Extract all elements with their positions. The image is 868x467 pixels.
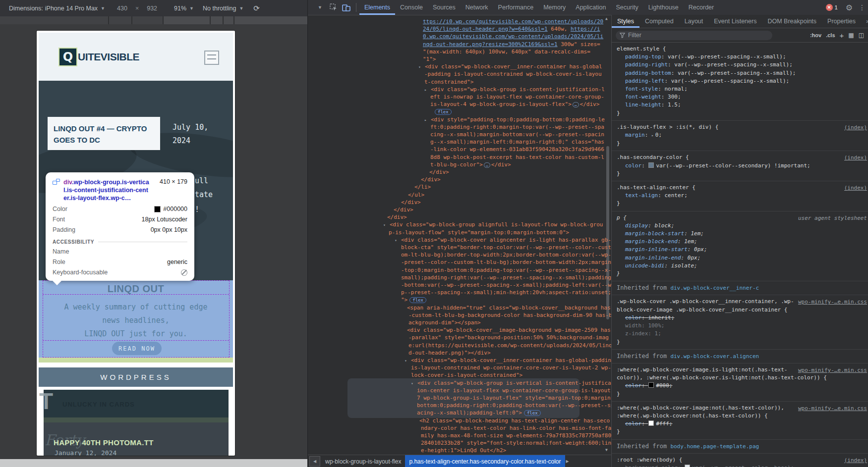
dom-tree-line[interactable]: om-lt-blu-bg);border-top-width:2px;borde… — [401, 251, 611, 259]
stylesheet-source-link[interactable]: (index) — [844, 154, 867, 162]
expand-inline-icon[interactable]: … — [573, 102, 579, 107]
inherited-node-link[interactable]: div.wp-block-cover.aligncen — [670, 353, 759, 360]
css-selector[interactable]: .has-secondary-color { — [617, 154, 864, 161]
new-style-rule-icon[interactable]: + — [840, 31, 844, 40]
inherited-node-link[interactable]: div.wp-block-cover__inner-c — [670, 285, 759, 291]
dom-tree-line[interactable]: <span aria-hidden="true" class="wp-block… — [407, 304, 611, 311]
flex-badge[interactable]: flex — [435, 109, 452, 115]
dom-tree-line[interactable]: -parallax" style="background-position:50… — [408, 334, 609, 341]
sidebar-tab-styles[interactable]: Styles — [612, 15, 639, 28]
toggle-hover-state-button[interactable]: :hov — [810, 32, 821, 38]
dom-tree-line[interactable]: 8d8 wp-block-post-excerpt has-text-color… — [430, 154, 604, 161]
dom-tree-line[interactable]: p--preset--spacing--x-small);min-height:… — [401, 289, 611, 296]
dom-tree-line[interactable]: flex — [433, 108, 452, 115]
color-swatch[interactable] — [648, 420, 654, 426]
dom-tree-line[interactable]: is-layout-4 wp-block-group-is-layout-fle… — [430, 101, 599, 108]
dom-tree-line[interactable]: ▾<div class="wp-block-cover__inner-conta… — [405, 357, 611, 364]
dom-tree-line[interactable]: ">flex — [401, 296, 426, 304]
css-selector[interactable]: .has-text-align-center { — [617, 184, 864, 192]
tab-lighthouse[interactable]: Lighthouse — [643, 0, 684, 15]
dom-tree-line[interactable]: ▾<div class="wp-block-cover__inner-conta… — [418, 63, 602, 70]
dom-tree-line[interactable]: t-blu-bg-color">…</div> — [430, 161, 511, 168]
sidebar-tab-dom-breakpoints[interactable]: DOM Breakpoints — [762, 15, 822, 28]
breadcrumb-selected-node[interactable]: p.has-text-align-center.has-secondary-co… — [405, 455, 565, 467]
toggle-classes-button[interactable]: .cls — [826, 32, 835, 38]
css-property[interactable]: margin-inline-start: 0px; — [617, 246, 864, 254]
tab-memory[interactable]: Memory — [538, 0, 571, 15]
dom-tree-line[interactable]: eft is-nowrap is-layout-flex wp-containe… — [430, 93, 604, 101]
dom-tree-line[interactable]: bottom:0;padding-right:0;padding-bottom:… — [417, 402, 611, 409]
dom-tree-line[interactable]: nqd-out-header.png?resize=300%2C169&ssl=… — [423, 41, 600, 48]
dom-tree-line[interactable]: t-constrained"> — [424, 78, 473, 86]
stylesheet-source-link[interactable]: user agent stylesheet — [798, 214, 867, 222]
css-selector[interactable]: :root :where(body) { — [617, 456, 864, 464]
breadcrumb-node[interactable]: wp-block-group-is-layout-flex — [321, 455, 405, 467]
dom-tree-line[interactable]: p-is-layout-flow" style="margin-top:0;ma… — [389, 229, 569, 236]
dom-tree-line[interactable]: ackground-dim"></span> — [408, 319, 481, 326]
viewport-height-input[interactable]: 932 — [147, 5, 157, 12]
css-property[interactable]: padding-left: var(--wp--preset--spacing-… — [617, 77, 864, 85]
stylesheet-source-link[interactable]: (index) — [844, 184, 867, 192]
color-swatch[interactable] — [648, 382, 654, 388]
chevron-down-icon[interactable]: ▼ — [239, 6, 243, 11]
tab-recorder[interactable]: Recorder — [684, 0, 719, 15]
scroll-up-icon[interactable]: ▲ — [605, 16, 608, 21]
tab-application[interactable]: Application — [571, 0, 611, 15]
dom-tree-line[interactable]: 284010233b28" style="font-style:normal;f… — [421, 439, 611, 447]
css-property[interactable]: color: #000; — [617, 382, 864, 390]
settings-gear-icon[interactable]: ⚙ — [845, 3, 854, 12]
css-property[interactable]: margin: ▸0; — [617, 131, 864, 140]
css-property[interactable]: color: inherit; — [617, 314, 864, 322]
dom-tree-line[interactable]: d-out-header.png)"></div> — [408, 349, 491, 357]
inspect-element-icon[interactable] — [329, 3, 338, 12]
site-logo[interactable]: Q UITEVISIBLE — [58, 48, 139, 66]
dom-tree-line[interactable]: g--x-small);margin-left:0;margin-right:0… — [430, 138, 604, 146]
horizontal-sc rollbar[interactable] — [0, 459, 307, 467]
dom-tree-line[interactable]: -top:0;margin-bottom:0;padding-top:var(-… — [401, 266, 611, 274]
dom-tree-line[interactable]: ndary-color has-text-color has-link-colo… — [421, 424, 611, 432]
sidebar-tab-layout[interactable]: Layout — [679, 15, 709, 28]
css-selector[interactable]: .is-layout-flex > :is(*, div) { — [617, 123, 864, 131]
css-property[interactable]: text-align: center; — [617, 192, 864, 200]
dom-tree-line[interactable]: acing--x-small);padding-left:0">flex — [417, 409, 541, 416]
dom-tree-line[interactable]: ion-center is-layout-flex wp-container-c… — [417, 387, 611, 394]
post-title[interactable]: LINQD OUT #4 — CRYPTO GOES TO DC — [48, 117, 160, 150]
tab-security[interactable]: Security — [611, 0, 643, 15]
more-tabs-icon[interactable]: » — [861, 18, 868, 25]
css-property[interactable]: font-style: normal; — [617, 85, 864, 93]
css-selector[interactable]: :where(.wp-block-cover:not(.has-text-col… — [617, 412, 864, 420]
media-query-ruler[interactable] — [0, 16, 307, 24]
dom-tree-line[interactable]: -preset--color--custom-lt-blu-bg);border… — [401, 259, 611, 266]
dom-tree-line[interactable]: </ul> — [408, 191, 424, 199]
dom-tree-line[interactable]: ttps://i0.wp.com/quitevisible.com/wp-con… — [423, 18, 603, 25]
dom-tree-line[interactable]: -padding is-layout-constrained wp-block-… — [424, 70, 602, 78]
css-property[interactable]: margin-block-end: 1em; — [617, 238, 864, 246]
dom-tree-line[interactable]: </div> — [394, 206, 413, 213]
dom-tree-line[interactable]: -link-color wp-elements-031ab83f590428a3… — [430, 146, 604, 153]
dom-tree-line[interactable]: </li> — [414, 183, 431, 191]
dom-tree-line[interactable]: mily has-max-48-font-size wp-elements-79… — [421, 432, 611, 439]
scroll-down-icon[interactable]: ▼ — [605, 448, 608, 452]
css-property[interactable]: background-color: var(--wp--preset--colo… — [617, 464, 864, 467]
error-badge-icon[interactable]: ✕ — [826, 4, 833, 11]
dom-tree-line[interactable]: 0.wp.com/quitevisible.com/wp-content/upl… — [423, 33, 603, 40]
css-property[interactable]: width: 100%; — [617, 322, 864, 330]
stylesheet-source-link[interactable]: wpo-minify-…e.min.css — [798, 405, 867, 413]
dom-tree-line[interactable]: </div> — [387, 213, 407, 221]
inherited-node-link[interactable]: body.home.page-template.pag — [670, 443, 759, 450]
dom-tree-line[interactable]: </div> — [429, 168, 449, 176]
dom-tree-line[interactable]: </div> — [401, 199, 421, 206]
stylesheet-source-link[interactable]: wpo-minify-…e.min.css — [798, 298, 867, 306]
device-select[interactable]: iPhone 14 Pro Max — [45, 5, 98, 12]
dom-tree-line[interactable]: ▾<div class="wp-block-cover aligncenter … — [395, 236, 611, 244]
throttling-select[interactable]: No throttling — [203, 5, 236, 12]
dom-tree-line[interactable]: block-cta" style="border-top-color:var(-… — [401, 244, 611, 251]
tab-network[interactable]: Network — [461, 0, 493, 15]
css-property[interactable]: color: #fff; — [617, 420, 864, 428]
dom-tree-line[interactable]: ▾<div class="wp-block-group is-vertical … — [411, 379, 611, 387]
css-selector[interactable]: element.style { — [617, 45, 864, 53]
css-property[interactable]: line-height: 1.5; — [617, 101, 864, 109]
css-selector[interactable]: block-cover-image .wp-block-cover__inner… — [617, 306, 864, 314]
breadcrumb-scroll-right-icon[interactable]: ▶ — [566, 459, 569, 464]
flex-badge[interactable]: flex — [524, 410, 541, 416]
